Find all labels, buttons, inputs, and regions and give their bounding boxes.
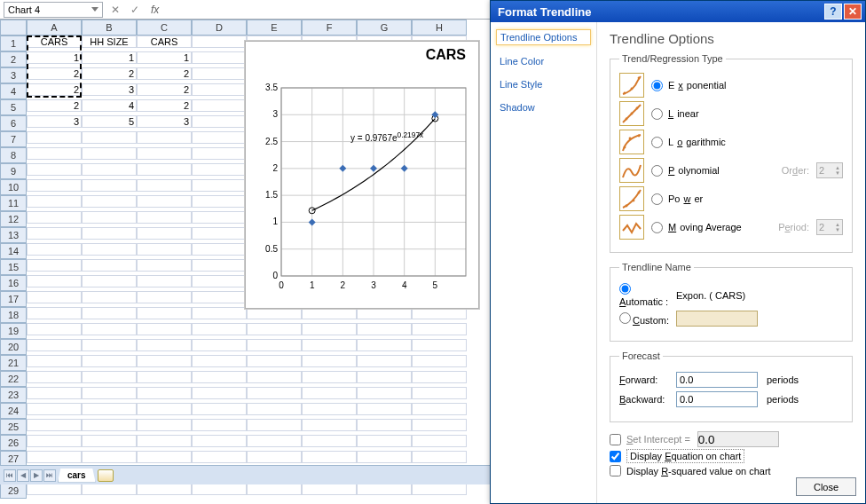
cell-E24[interactable] xyxy=(247,403,302,415)
row-header-29[interactable]: 29 xyxy=(0,483,27,499)
cell-B8[interactable] xyxy=(82,147,137,160)
type-log-label[interactable]: Logarithmic xyxy=(651,137,726,148)
cell-B11[interactable] xyxy=(82,195,137,208)
cell-B9[interactable] xyxy=(82,163,137,176)
cell-C25[interactable] xyxy=(137,419,192,431)
cell-D20[interactable] xyxy=(192,339,247,351)
cell-D6[interactable] xyxy=(192,115,247,128)
swatch-log-icon[interactable] xyxy=(619,130,644,154)
cell-A27[interactable] xyxy=(27,451,82,463)
cell-A19[interactable] xyxy=(27,323,82,335)
cell-F24[interactable] xyxy=(302,403,357,415)
row-header-9[interactable]: 9 xyxy=(0,163,27,179)
cell-D1[interactable] xyxy=(192,35,247,48)
cell-D27[interactable] xyxy=(192,451,247,463)
cell-A25[interactable] xyxy=(27,419,82,431)
close-icon[interactable]: ✕ xyxy=(844,4,862,20)
cell-F26[interactable] xyxy=(302,435,357,447)
cell-C21[interactable] xyxy=(137,355,192,367)
row-header-20[interactable]: 20 xyxy=(0,339,27,355)
cell-G18[interactable] xyxy=(357,307,412,319)
cell-C27[interactable] xyxy=(137,451,192,463)
row-header-11[interactable]: 11 xyxy=(0,195,27,211)
cell-F23[interactable] xyxy=(302,387,357,399)
cell-F27[interactable] xyxy=(302,451,357,463)
cell-C7[interactable] xyxy=(137,131,192,144)
accept-icon[interactable]: ✓ xyxy=(128,4,142,16)
row-header-2[interactable]: 2 xyxy=(0,51,27,67)
type-exp-radio[interactable] xyxy=(651,80,663,91)
row-header-26[interactable]: 26 xyxy=(0,435,27,451)
row-header-8[interactable]: 8 xyxy=(0,147,27,163)
cell-D23[interactable] xyxy=(192,387,247,399)
forward-input[interactable] xyxy=(676,372,758,388)
name-box[interactable]: Chart 4 xyxy=(4,2,103,18)
swatch-poly-icon[interactable] xyxy=(619,158,644,183)
cell-D13[interactable] xyxy=(192,227,247,240)
cell-C23[interactable] xyxy=(137,387,192,399)
cell-E25[interactable] xyxy=(247,419,302,431)
help-icon[interactable]: ? xyxy=(824,4,842,20)
col-header-E[interactable]: E xyxy=(247,20,302,35)
cell-F22[interactable] xyxy=(302,371,357,383)
last-tab-icon[interactable]: ⏭ xyxy=(43,469,56,482)
cell-C18[interactable] xyxy=(137,307,192,319)
cell-G22[interactable] xyxy=(357,371,412,383)
prev-tab-icon[interactable]: ◀ xyxy=(17,469,29,482)
cell-C17[interactable] xyxy=(137,291,192,303)
cell-F18[interactable] xyxy=(302,307,357,319)
cell-G19[interactable] xyxy=(357,323,412,335)
cell-C6[interactable]: 3 xyxy=(137,115,192,128)
cell-G25[interactable] xyxy=(357,419,412,431)
col-header-B[interactable]: B xyxy=(82,20,137,35)
cell-G29[interactable] xyxy=(357,483,412,495)
type-pow-radio[interactable] xyxy=(651,193,663,205)
dialog-titlebar[interactable]: Format Trendline ? ✕ xyxy=(491,1,865,22)
row-header-22[interactable]: 22 xyxy=(0,371,27,387)
name-custom-radio-label[interactable]: Custom: xyxy=(619,312,671,326)
cell-D15[interactable] xyxy=(192,259,247,272)
cell-C20[interactable] xyxy=(137,339,192,351)
cell-A1[interactable]: CARS xyxy=(27,35,82,48)
cell-H20[interactable] xyxy=(412,339,467,351)
cell-A7[interactable] xyxy=(27,131,82,144)
cell-A10[interactable] xyxy=(27,179,82,192)
swatch-pow-icon[interactable] xyxy=(619,186,644,211)
cell-B10[interactable] xyxy=(82,179,137,192)
row-header-21[interactable]: 21 xyxy=(0,355,27,371)
cell-A12[interactable] xyxy=(27,211,82,224)
cell-D3[interactable] xyxy=(192,67,247,80)
cell-A29[interactable] xyxy=(27,483,82,495)
type-lin-radio[interactable] xyxy=(651,108,663,120)
col-header-D[interactable]: D xyxy=(192,20,247,35)
cell-C19[interactable] xyxy=(137,323,192,335)
cell-A9[interactable] xyxy=(27,163,82,176)
cell-B16[interactable] xyxy=(82,275,137,287)
type-exp-label[interactable]: Exponential xyxy=(651,80,727,91)
cell-C14[interactable] xyxy=(137,243,192,256)
cell-B3[interactable]: 2 xyxy=(82,67,137,80)
cell-D21[interactable] xyxy=(192,355,247,367)
swatch-exp-icon[interactable] xyxy=(619,73,644,98)
cell-C12[interactable] xyxy=(137,211,192,224)
col-header-H[interactable]: H xyxy=(412,20,467,35)
cell-B1[interactable]: HH SIZE xyxy=(82,35,137,48)
col-header-F[interactable]: F xyxy=(302,20,357,35)
cell-B19[interactable] xyxy=(82,323,137,335)
type-pow-label[interactable]: Power xyxy=(651,193,703,205)
cell-D24[interactable] xyxy=(192,403,247,415)
sheet-tab-cars[interactable]: cars xyxy=(58,469,96,483)
cell-D26[interactable] xyxy=(192,435,247,447)
name-custom-input[interactable] xyxy=(676,311,758,327)
col-header-G[interactable]: G xyxy=(357,20,412,35)
cell-C26[interactable] xyxy=(137,435,192,447)
cell-B29[interactable] xyxy=(82,483,137,495)
name-auto-radio[interactable] xyxy=(619,283,631,295)
cell-D7[interactable] xyxy=(192,131,247,144)
cell-H26[interactable] xyxy=(412,435,467,447)
cell-A23[interactable] xyxy=(27,387,82,399)
row-header-3[interactable]: 3 xyxy=(0,67,27,83)
cell-D12[interactable] xyxy=(192,211,247,224)
cell-B22[interactable] xyxy=(82,371,137,383)
set-intercept-checkbox[interactable] xyxy=(610,434,621,445)
